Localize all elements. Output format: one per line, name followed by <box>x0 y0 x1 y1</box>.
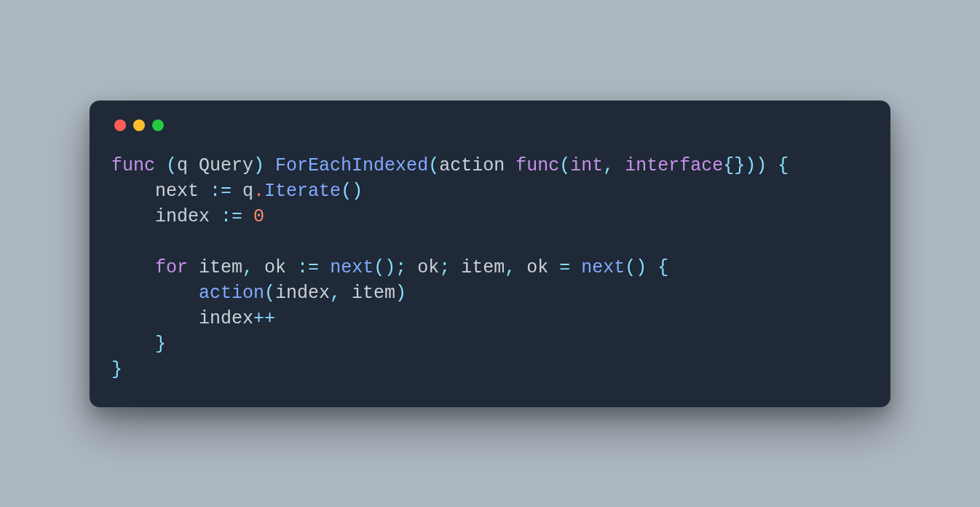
op-inc: ++ <box>253 308 275 329</box>
call-next: next <box>330 257 374 278</box>
close-icon[interactable] <box>114 119 126 131</box>
window-controls <box>111 119 869 131</box>
minimize-icon[interactable] <box>133 119 145 131</box>
op-shortassign: := <box>210 181 232 202</box>
zoom-icon[interactable] <box>152 119 164 131</box>
call-next: next <box>581 257 625 278</box>
var-next: next <box>155 181 199 202</box>
keyword-for: for <box>155 257 188 278</box>
param-action: action <box>439 155 505 176</box>
code-window: func (q Query) ForEachIndexed(action fun… <box>90 101 890 407</box>
punct: ( <box>155 155 177 176</box>
method-name: ForEachIndexed <box>275 155 428 176</box>
keyword-func: func <box>515 155 559 176</box>
var-index: index <box>155 206 210 227</box>
code-block: func (q Query) ForEachIndexed(action fun… <box>111 153 869 382</box>
type-query: Query <box>199 155 253 176</box>
call-action: action <box>199 283 264 304</box>
keyword-func: func <box>111 155 155 176</box>
dot: . <box>253 181 264 202</box>
call-iterate: Iterate <box>264 181 341 202</box>
keyword-interface: interface <box>625 155 723 176</box>
type-int: int <box>570 155 603 176</box>
recv-var: q <box>177 155 188 176</box>
literal-zero: 0 <box>253 206 264 227</box>
